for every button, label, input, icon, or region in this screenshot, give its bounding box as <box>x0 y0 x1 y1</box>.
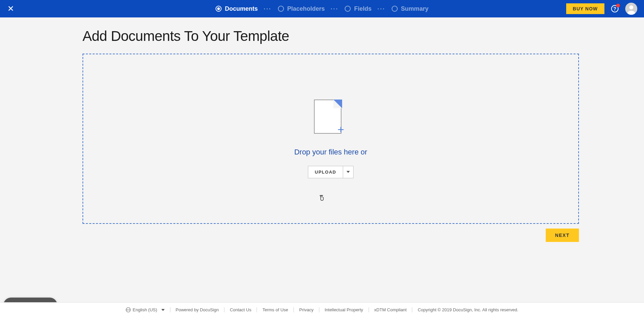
chevron-down-icon <box>161 309 165 311</box>
step-fields[interactable]: Fields <box>345 5 372 12</box>
step-label: Placeholders <box>287 5 325 12</box>
buy-now-button[interactable]: BUY NOW <box>566 3 604 14</box>
footer-link-xdtm[interactable]: xDTM Compliant <box>369 307 412 312</box>
language-label: English (US) <box>133 307 157 312</box>
footer-link-contact[interactable]: Contact Us <box>224 307 257 312</box>
close-button[interactable]: ✕ <box>7 4 15 13</box>
footer: English (US) Powered by DocuSign Contact… <box>0 302 644 317</box>
upload-dropdown-button[interactable] <box>343 166 353 178</box>
step-label: Fields <box>354 5 372 12</box>
step-placeholders[interactable]: Placeholders <box>278 5 325 12</box>
step-radio-icon <box>216 6 222 12</box>
globe-icon <box>126 307 131 312</box>
cursor-icon <box>319 195 325 203</box>
step-summary[interactable]: Summary <box>391 5 428 12</box>
chevron-down-icon <box>346 171 350 173</box>
footer-link-ip[interactable]: Intellectual Property <box>319 307 369 312</box>
powered-by-text: Powered by DocuSign <box>170 307 224 312</box>
drop-instruction-text: Drop your files here or <box>294 148 367 156</box>
copyright-text: Copyright © 2019 DocuSign, Inc. All righ… <box>412 307 524 312</box>
help-icon[interactable]: ? <box>611 5 619 12</box>
close-icon: ✕ <box>7 4 14 13</box>
file-dropzone[interactable]: + Drop your files here or UPLOAD <box>83 54 579 224</box>
step-separator-icon: ••• <box>376 7 388 11</box>
main-content: Add Documents To Your Template + Drop yo… <box>83 17 579 242</box>
step-label: Documents <box>225 5 258 12</box>
progress-steps: Documents ••• Placeholders ••• Fields ••… <box>216 5 429 12</box>
step-radio-icon <box>278 6 284 12</box>
language-selector[interactable]: English (US) <box>120 307 170 312</box>
step-label: Summary <box>401 5 428 12</box>
next-button[interactable]: NEXT <box>546 229 579 242</box>
upload-button[interactable]: UPLOAD <box>308 166 343 178</box>
upload-button-group: UPLOAD <box>308 166 354 178</box>
step-separator-icon: ••• <box>329 7 341 11</box>
document-add-icon: + <box>314 100 347 140</box>
page-title: Add Documents To Your Template <box>83 28 579 44</box>
svg-point-0 <box>629 5 633 9</box>
footer-link-privacy[interactable]: Privacy <box>293 307 319 312</box>
user-icon <box>625 3 637 15</box>
step-radio-icon <box>391 6 397 12</box>
header-actions: BUY NOW ? <box>566 3 637 15</box>
footer-link-terms[interactable]: Terms of Use <box>257 307 293 312</box>
avatar[interactable] <box>625 3 637 15</box>
next-container: NEXT <box>83 229 579 242</box>
step-separator-icon: ••• <box>262 7 274 11</box>
step-radio-icon <box>345 6 351 12</box>
notification-badge <box>616 4 620 7</box>
step-documents[interactable]: Documents <box>216 5 258 12</box>
app-header: ✕ Documents ••• Placeholders ••• Fields … <box>0 0 644 17</box>
